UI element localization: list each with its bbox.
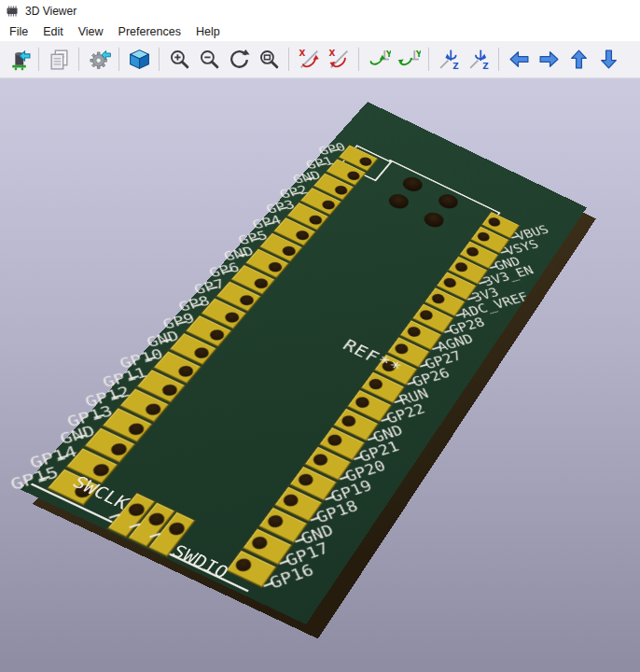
rotate-y-ccw-icon: Y <box>397 48 421 71</box>
mounting-hole <box>421 209 447 230</box>
toolbar-separator <box>358 48 359 71</box>
redraw-button[interactable] <box>225 46 253 74</box>
toolbar-separator <box>498 48 499 71</box>
perspective-cube-icon <box>128 48 151 71</box>
move-left-icon <box>508 48 531 71</box>
rotate-x-ccw-icon: X <box>327 48 351 71</box>
move-up-button[interactable] <box>564 46 592 74</box>
rotate-y-ccw-button[interactable]: Y <box>395 46 423 74</box>
rotate-x-ccw-button[interactable]: X <box>325 46 353 74</box>
toolbar-group: YY <box>364 46 424 74</box>
toolbar-group <box>4 46 34 74</box>
menu-item-preferences[interactable]: Preferences <box>111 23 188 40</box>
toolbar-group <box>84 46 114 74</box>
perspective-cube-button[interactable] <box>125 46 153 74</box>
toolbar-group <box>164 46 284 74</box>
menu-item-file[interactable]: File <box>2 23 35 40</box>
zoom-out-icon <box>198 48 221 71</box>
zoom-out-button[interactable] <box>195 46 223 74</box>
3d-viewport[interactable]: GP0GP1GNDGP2GP3GP4GP5GNDGP6GP7GP8GP9GNDG… <box>0 78 640 672</box>
toolbar-group: XX <box>294 46 354 74</box>
move-right-button[interactable] <box>535 46 563 74</box>
move-down-button[interactable] <box>594 46 622 74</box>
mounting-hole <box>399 174 425 193</box>
zoom-in-icon <box>168 48 191 71</box>
svg-text:Y: Y <box>384 49 390 59</box>
redraw-icon <box>228 48 251 71</box>
mounting-hole <box>435 191 461 211</box>
menu-item-edit[interactable]: Edit <box>35 23 71 40</box>
menu-bar: File Edit View Preferences Help <box>0 21 640 41</box>
copy-image-button[interactable] <box>45 46 73 74</box>
toolbar-separator <box>118 48 119 71</box>
reload-board-icon <box>7 48 31 71</box>
zoom-fit-button[interactable] <box>255 46 283 74</box>
chip-icon <box>5 4 20 19</box>
rotate-x-cw-button[interactable]: X <box>295 46 323 74</box>
render-options-icon <box>88 48 111 71</box>
toolbar-separator <box>38 48 39 71</box>
toolbar-group <box>44 46 74 74</box>
rotate-y-cw-icon: Y <box>368 48 391 71</box>
mounting-hole <box>385 191 412 211</box>
menu-item-help[interactable]: Help <box>188 23 228 40</box>
pcb-board: GP0GP1GNDGP2GP3GP4GP5GNDGP6GP7GP8GP9GNDG… <box>21 102 587 624</box>
toolbar-separator <box>428 48 429 71</box>
copy-image-icon <box>48 48 71 71</box>
window-title: 3D Viewer <box>25 5 77 18</box>
move-down-icon <box>597 48 620 71</box>
rotate-y-cw-button[interactable]: Y <box>365 46 393 74</box>
svg-text:X: X <box>328 49 335 58</box>
svg-text:Y: Y <box>414 49 420 59</box>
rotate-z-ccw-button[interactable]: Z <box>465 46 493 74</box>
svg-text:X: X <box>299 49 305 58</box>
zoom-in-button[interactable] <box>165 46 193 74</box>
move-left-button[interactable] <box>505 46 533 74</box>
reload-board-button[interactable] <box>5 46 33 74</box>
svg-text:Z: Z <box>482 62 489 71</box>
menu-item-view[interactable]: View <box>71 23 111 40</box>
toolbar-separator <box>78 48 79 71</box>
move-right-icon <box>537 48 561 71</box>
toolbar-group <box>124 46 154 74</box>
rotate-z-cw-button[interactable]: Z <box>435 46 463 74</box>
render-options-button[interactable] <box>85 46 113 74</box>
toolbar-group: ZZ <box>434 46 494 74</box>
toolbar: XXYYZZ <box>0 41 640 78</box>
toolbar-separator <box>288 48 289 71</box>
rotate-x-cw-icon: X <box>298 48 321 71</box>
title-bar: 3D Viewer <box>0 0 640 21</box>
rotate-z-ccw-icon: Z <box>467 48 491 71</box>
zoom-fit-icon <box>257 48 281 71</box>
rotate-z-cw-icon: Z <box>438 48 461 71</box>
toolbar-group <box>504 46 623 74</box>
toolbar-separator <box>159 48 160 71</box>
3d-viewer-window: 3D Viewer File Edit View Preferences Hel… <box>0 0 640 672</box>
move-up-icon <box>567 48 591 71</box>
svg-text:Z: Z <box>452 62 459 71</box>
